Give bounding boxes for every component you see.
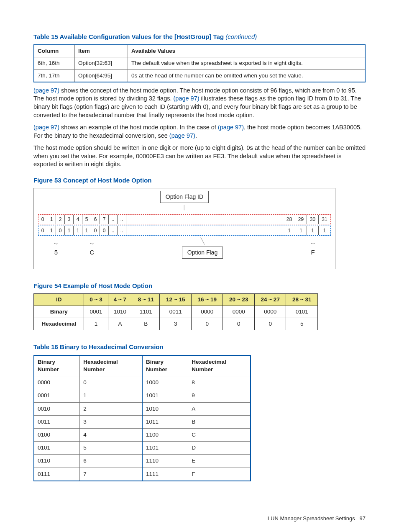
flag-cell: 0: [91, 226, 100, 235]
cell: 0111: [34, 468, 80, 481]
flag-cell: 2: [56, 215, 65, 224]
flag-cell: [153, 226, 161, 235]
flag-cell: [179, 226, 187, 235]
flag-cell: [231, 215, 240, 224]
ex-cell: 0101: [286, 306, 318, 318]
flag-cell: 6: [91, 215, 100, 224]
flag-cell: [161, 226, 170, 235]
flag-cell: [257, 226, 266, 235]
page-link[interactable]: (page 97): [174, 95, 200, 102]
flag-cell: 1: [307, 226, 319, 235]
cell: 1: [80, 389, 142, 402]
ex-cell: B: [132, 318, 160, 330]
flag-cell: [266, 215, 275, 224]
flag-cell: [144, 226, 153, 235]
page-link[interactable]: (page 97): [218, 124, 244, 131]
flag-cell: [205, 226, 214, 235]
table-row: 6th, 16th Option[32:63] The default valu…: [34, 57, 365, 69]
page-link[interactable]: (page 97): [33, 124, 59, 131]
flag-cell: [214, 215, 223, 224]
flag-cell: 1: [319, 226, 330, 235]
cell: 1000: [142, 376, 188, 389]
flag-cell: [135, 226, 144, 235]
ex-cell: 0: [254, 318, 286, 330]
flag-cell: ..: [118, 215, 126, 224]
cell: F: [188, 468, 251, 481]
ex-cell: 3: [160, 318, 191, 330]
flag-cell: 5: [82, 215, 91, 224]
brace: ⏟: [38, 237, 74, 246]
flag-cell: [223, 215, 231, 224]
flag-cell: [240, 215, 249, 224]
ex-header: ID: [34, 293, 84, 306]
fig54-caption: Figure 54 Example of Host Mode Option: [33, 282, 366, 290]
flag-cell: [179, 215, 187, 224]
page-link[interactable]: (page 97): [169, 132, 195, 139]
ex-header: 0 ~ 3: [84, 293, 108, 306]
ex-header: 12 ~ 15: [160, 293, 191, 306]
cell: 0110: [34, 455, 80, 468]
flag-cell: [248, 226, 257, 235]
flag-cell: [275, 226, 284, 235]
cell: 7: [80, 468, 142, 481]
cell: 5: [80, 442, 142, 455]
cell: 1001: [142, 389, 188, 402]
flag-cell: 1: [47, 215, 56, 224]
cell: 9: [188, 389, 251, 402]
flag-cell: [223, 226, 231, 235]
ex-cell: 0011: [160, 306, 191, 318]
flag-cell: 0: [38, 226, 47, 235]
cell: 2: [80, 402, 142, 415]
cell: Option[32:63]: [75, 57, 128, 69]
flag-cell: ..: [109, 215, 118, 224]
table15-caption-text: Table 15 Available Configuration Values …: [33, 33, 224, 40]
ex-cell: 5: [286, 318, 318, 330]
flag-cell: 1: [82, 226, 91, 235]
flag-cell: [248, 215, 257, 224]
flag-cell: [144, 215, 153, 224]
cell: 1101: [142, 442, 188, 455]
flag-cell: [126, 215, 135, 224]
ex-cell: 0000: [191, 306, 223, 318]
flag-cell: ..: [109, 226, 118, 235]
th-column: Column: [34, 45, 75, 57]
flag-cell: [205, 215, 214, 224]
id-row: 01234567....28293031: [38, 214, 331, 224]
th-values: Available Values: [128, 45, 366, 57]
table-row: 0000010008: [34, 376, 251, 389]
paragraph-3: The host mode option should be written i…: [33, 144, 366, 169]
cell: C: [188, 429, 251, 442]
flag-cell: 0: [100, 226, 109, 235]
table-row: 010041100C: [34, 429, 251, 442]
flag-cell: 28: [284, 215, 295, 224]
flag-cell: [135, 215, 144, 224]
page-link[interactable]: (page 97): [33, 87, 59, 94]
ex-cell: 0001: [84, 306, 108, 318]
flag-cell: 1: [284, 226, 295, 235]
cell: 3: [80, 415, 142, 428]
ex-cell: 0: [223, 318, 254, 330]
ex-cell: 0000: [254, 306, 286, 318]
flag-cell: 29: [295, 215, 307, 224]
flag-cell: 3: [65, 215, 74, 224]
page-number: 97: [360, 515, 366, 522]
flag-cell: 1: [74, 226, 82, 235]
flag-cell: [161, 215, 170, 224]
ex-cell: Hexadecimal: [34, 318, 84, 330]
cell: 8: [188, 376, 251, 389]
cell: B: [188, 415, 251, 428]
table-row: 7th, 17th Option[64:95] 0s at the head o…: [34, 69, 365, 82]
flag-cell: 7: [100, 215, 109, 224]
footer-text: LUN Manager Spreadsheet Settings: [268, 515, 355, 522]
flag-cell: [266, 226, 275, 235]
flag-cell: 0: [38, 215, 47, 224]
flag-cell: 1: [295, 226, 307, 235]
text: shows an example of the host mode option…: [59, 124, 218, 131]
brace: ⏟: [295, 237, 331, 246]
flag-cell: [187, 215, 196, 224]
table-row: 010151101D: [34, 442, 251, 455]
cell: 1111: [142, 468, 188, 481]
hex-f: F: [295, 248, 331, 257]
ex-header: 4 ~ 7: [108, 293, 132, 306]
hex-c: C: [74, 248, 110, 257]
